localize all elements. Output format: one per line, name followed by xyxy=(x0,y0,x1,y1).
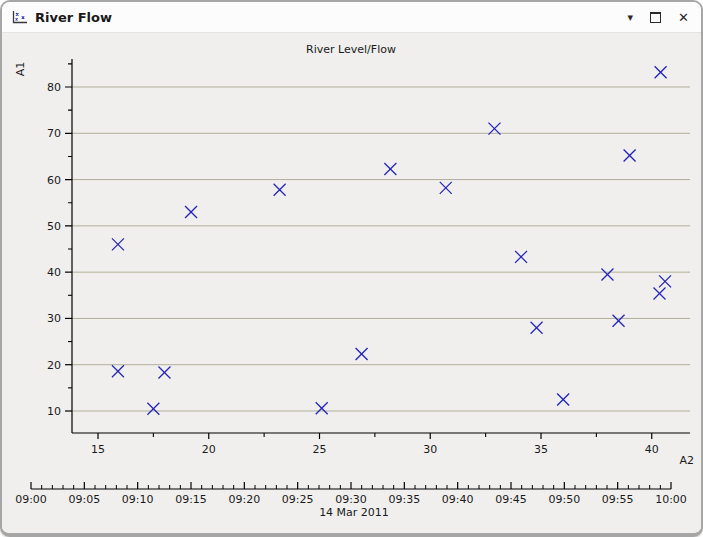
svg-text:09:50: 09:50 xyxy=(548,493,580,506)
svg-text:10: 10 xyxy=(47,405,61,418)
svg-text:40: 40 xyxy=(645,443,659,456)
svg-text:30: 30 xyxy=(47,312,61,325)
svg-text:09:05: 09:05 xyxy=(68,493,100,506)
river-flow-window: River Flow ▾ ✕ 1020304050607080152025303… xyxy=(0,0,703,537)
svg-text:09:00: 09:00 xyxy=(15,493,47,506)
svg-text:09:25: 09:25 xyxy=(282,493,314,506)
svg-text:35: 35 xyxy=(534,443,548,456)
window-titlebar[interactable]: River Flow ▾ ✕ xyxy=(2,2,701,33)
window-menu-button[interactable]: ▾ xyxy=(628,12,634,23)
svg-text:09:40: 09:40 xyxy=(442,493,474,506)
maximize-icon xyxy=(650,12,661,23)
svg-text:09:20: 09:20 xyxy=(228,493,260,506)
svg-text:09:55: 09:55 xyxy=(602,493,634,506)
window-title: River Flow xyxy=(35,10,628,25)
svg-text:10:00: 10:00 xyxy=(655,493,687,506)
svg-text:River Level/Flow: River Level/Flow xyxy=(306,43,396,56)
svg-text:09:30: 09:30 xyxy=(335,493,367,506)
close-button[interactable]: ✕ xyxy=(678,11,689,24)
svg-text:80: 80 xyxy=(47,81,61,94)
maximize-button[interactable] xyxy=(650,12,661,23)
svg-text:09:35: 09:35 xyxy=(388,493,420,506)
svg-text:70: 70 xyxy=(47,127,61,140)
svg-text:A2: A2 xyxy=(679,454,694,467)
svg-text:40: 40 xyxy=(47,266,61,279)
page: River Flow ▾ ✕ 1020304050607080152025303… xyxy=(0,0,703,537)
svg-text:25: 25 xyxy=(313,443,327,456)
svg-text:09:15: 09:15 xyxy=(175,493,207,506)
svg-text:50: 50 xyxy=(47,220,61,233)
svg-text:A1: A1 xyxy=(14,62,27,77)
svg-text:09:10: 09:10 xyxy=(122,493,154,506)
window-controls: ▾ ✕ xyxy=(628,11,689,24)
svg-text:14 Mar 2011: 14 Mar 2011 xyxy=(319,506,389,519)
svg-text:30: 30 xyxy=(423,443,437,456)
svg-text:15: 15 xyxy=(91,443,105,456)
river-level-flow-scatter-chart: 1020304050607080152025303540River Level/… xyxy=(2,33,701,534)
svg-text:09:45: 09:45 xyxy=(495,493,527,506)
svg-text:20: 20 xyxy=(202,443,216,456)
svg-text:60: 60 xyxy=(47,174,61,187)
scatter-plot-icon xyxy=(11,10,28,25)
svg-text:20: 20 xyxy=(47,359,61,372)
chart-panel: 1020304050607080152025303540River Level/… xyxy=(2,33,701,534)
